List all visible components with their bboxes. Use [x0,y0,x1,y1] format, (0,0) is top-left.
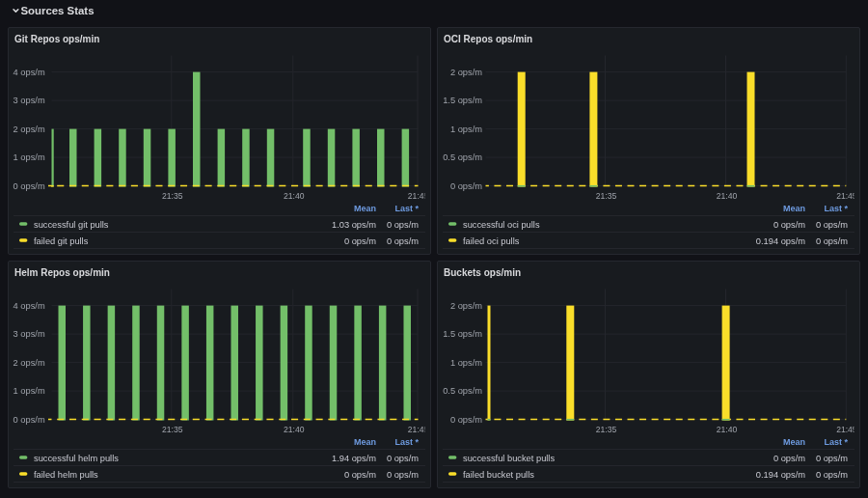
svg-text:1.03 ops/m: 1.03 ops/m [332,219,376,229]
svg-text:21:40: 21:40 [717,425,738,434]
svg-text:0 ops/m: 0 ops/m [387,235,419,245]
svg-text:0 ops/m: 0 ops/m [14,415,45,425]
svg-text:1.5 ops/m: 1.5 ops/m [443,96,482,105]
svg-text:1 ops/m: 1 ops/m [450,124,482,133]
svg-text:1.5 ops/m: 1.5 ops/m [443,329,482,339]
svg-text:0 ops/m: 0 ops/m [387,219,419,229]
svg-text:0 ops/m: 0 ops/m [450,415,482,425]
svg-text:3 ops/m: 3 ops/m [14,96,45,105]
svg-text:0.194 ops/m: 0.194 ops/m [756,235,805,245]
svg-text:Mean: Mean [354,437,376,447]
svg-text:0 ops/m: 0 ops/m [387,470,419,480]
svg-text:21:35: 21:35 [596,190,617,200]
svg-text:0.194 ops/m: 0.194 ops/m [756,470,805,480]
svg-text:Last *: Last * [824,437,848,447]
svg-text:successful bucket pulls: successful bucket pulls [463,454,555,463]
svg-text:0 ops/m: 0 ops/m [816,219,848,229]
svg-text:Mean: Mean [354,204,376,213]
svg-text:Buckets ops/min: Buckets ops/min [444,267,521,278]
svg-text:Mean: Mean [783,437,805,447]
svg-text:Mean: Mean [783,204,805,213]
svg-text:Sources Stats: Sources Stats [21,5,95,16]
svg-text:21:40: 21:40 [717,190,738,200]
svg-text:0.5 ops/m: 0.5 ops/m [443,386,482,396]
svg-text:4 ops/m: 4 ops/m [14,67,45,76]
svg-text:21:45: 21:45 [408,425,429,434]
svg-text:Last *: Last * [394,204,419,213]
svg-text:0 ops/m: 0 ops/m [14,180,45,190]
svg-text:21:40: 21:40 [284,190,305,200]
svg-text:1 ops/m: 1 ops/m [14,386,45,396]
svg-text:2 ops/m: 2 ops/m [14,358,45,368]
svg-text:21:35: 21:35 [162,190,183,200]
svg-text:21:45: 21:45 [836,190,857,200]
svg-text:1 ops/m: 1 ops/m [14,152,45,162]
svg-text:0 ops/m: 0 ops/m [816,235,848,245]
svg-text:3 ops/m: 3 ops/m [14,329,45,339]
svg-text:21:40: 21:40 [284,425,305,434]
svg-text:failed bucket pulls: failed bucket pulls [463,470,534,480]
svg-text:0.5 ops/m: 0.5 ops/m [443,152,482,162]
svg-text:1.94 ops/m: 1.94 ops/m [332,454,376,463]
svg-text:successful git pulls: successful git pulls [34,219,109,229]
svg-text:Git Repos ops/min: Git Repos ops/min [14,34,99,44]
svg-text:0 ops/m: 0 ops/m [387,454,419,463]
svg-text:failed git pulls: failed git pulls [34,235,89,245]
svg-text:0 ops/m: 0 ops/m [816,454,848,463]
svg-text:2 ops/m: 2 ops/m [450,301,482,311]
svg-text:21:35: 21:35 [162,425,183,434]
svg-text:failed helm pulls: failed helm pulls [34,470,98,480]
svg-text:21:45: 21:45 [408,190,429,200]
svg-text:0 ops/m: 0 ops/m [773,219,805,229]
svg-text:21:35: 21:35 [596,425,617,434]
svg-text:0 ops/m: 0 ops/m [344,235,376,245]
svg-text:OCI Repos ops/min: OCI Repos ops/min [444,34,532,44]
svg-text:Last *: Last * [394,437,419,447]
svg-text:1 ops/m: 1 ops/m [450,358,482,368]
svg-text:2 ops/m: 2 ops/m [14,124,45,133]
svg-text:Last *: Last * [824,204,848,213]
svg-text:successful oci pulls: successful oci pulls [463,219,540,229]
svg-text:0 ops/m: 0 ops/m [816,470,848,480]
svg-text:0 ops/m: 0 ops/m [344,470,376,480]
svg-text:21:45: 21:45 [836,425,857,434]
svg-text:2 ops/m: 2 ops/m [450,67,482,76]
svg-text:Helm Repos ops/min: Helm Repos ops/min [14,267,110,278]
svg-text:0 ops/m: 0 ops/m [450,180,482,190]
svg-text:successful helm pulls: successful helm pulls [34,454,119,463]
svg-text:0 ops/m: 0 ops/m [773,454,805,463]
svg-text:4 ops/m: 4 ops/m [14,301,45,311]
svg-text:failed oci pulls: failed oci pulls [463,235,520,245]
